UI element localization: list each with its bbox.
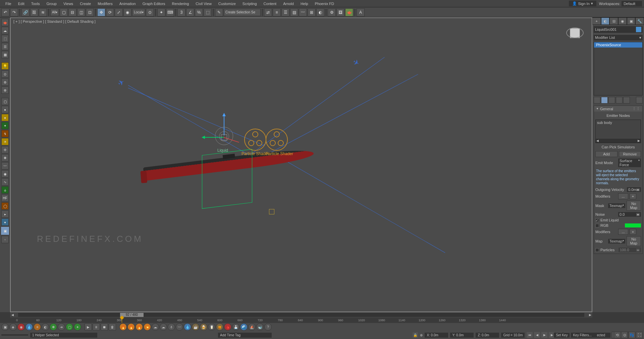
link-button[interactable]: 🔗 <box>21 8 30 16</box>
ph-arrow-icon[interactable]: ➜ <box>58 323 65 331</box>
emitter-item[interactable]: sub body <box>597 121 612 125</box>
emitter-nodes-list[interactable]: sub body ◀▶ <box>595 120 641 143</box>
helper1-icon[interactable]: ⊙ <box>1 70 9 78</box>
coord-mode-icon[interactable]: ⊕ <box>420 333 423 337</box>
snap-toggle-button[interactable]: 3 <box>177 8 185 16</box>
helper3-icon[interactable]: ⊛ <box>1 86 9 94</box>
help-icon[interactable]: ? <box>264 323 272 331</box>
selection-filter-dropdown[interactable]: All ▾ <box>50 9 59 16</box>
sphere2-icon[interactable]: ● <box>1 114 9 121</box>
ph-spark-icon[interactable]: ✦ <box>74 323 81 331</box>
menu-scripting[interactable]: Scripting <box>239 1 260 6</box>
particle-shader-2[interactable] <box>266 129 288 151</box>
time-ruler[interactable]: 0601201802403003604204805406006607207808… <box>10 318 592 323</box>
ph-leaf-icon[interactable]: ❃ <box>50 323 57 331</box>
preset-sub-icon[interactable]: 🐋 <box>256 323 264 331</box>
picker-icon[interactable]: ⬚ <box>1 35 9 42</box>
stack-options-button[interactable] <box>636 97 643 104</box>
nav-orbit-button[interactable]: ⟲ <box>614 332 621 338</box>
time-next-icon[interactable]: ▶ <box>588 313 592 317</box>
preset-blood-icon[interactable]: 🩸 <box>224 323 231 331</box>
play-anim-button[interactable]: ▶ <box>541 332 547 338</box>
cloud-icon[interactable]: ☁ <box>1 27 9 34</box>
undo-button[interactable]: ↶ <box>1 8 9 16</box>
helper2-icon[interactable]: ⊚ <box>1 78 9 86</box>
hierarchy-tab[interactable]: ⊟ <box>609 17 618 25</box>
menu-graph-editors[interactable]: Graph Editors <box>139 1 169 6</box>
material-editor-button[interactable]: ◐ <box>316 8 324 16</box>
sun-icon[interactable]: ☀ <box>1 138 9 145</box>
ph-target-icon[interactable]: ▢ <box>66 323 73 331</box>
ref-coord-dropdown[interactable]: Local ▾ <box>132 9 145 16</box>
spray2-icon[interactable]: ❋ <box>1 154 9 161</box>
make-unique-button[interactable] <box>608 97 615 104</box>
menu-tools[interactable]: Tools <box>28 1 43 6</box>
helper-object[interactable] <box>269 209 274 214</box>
list-icon[interactable]: ☰ <box>1 43 9 50</box>
redo-button[interactable]: ↷ <box>10 8 18 16</box>
wave-icon[interactable]: ∿ <box>1 178 9 186</box>
map-type-dropdown[interactable]: Texmap▾ <box>608 239 625 244</box>
maxscript-input[interactable] <box>1 334 28 336</box>
select-manipulate-button[interactable]: ✦ <box>157 8 165 16</box>
rollout-drag-icon[interactable]: ⋮⋮ <box>632 107 640 111</box>
spray-icon[interactable]: ✢ <box>1 146 9 153</box>
preset-coffee-icon[interactable]: ☕ <box>192 323 199 331</box>
nav-walk-button[interactable]: 👣 <box>629 332 635 338</box>
rgb-checkbox[interactable] <box>595 224 599 227</box>
select-scale-button[interactable]: ⤢ <box>115 8 123 16</box>
ph-fire-icon[interactable]: ◉ <box>17 323 25 331</box>
layers-button[interactable]: ☰ <box>281 8 289 16</box>
select-rotate-button[interactable]: ⟳ <box>106 8 114 16</box>
edit-named-sel-button[interactable]: ✎ <box>215 8 223 16</box>
menu-phoenix-fd[interactable]: Phoenix FD <box>312 1 337 6</box>
coord-z-input[interactable]: Z: 0.0m <box>476 333 499 338</box>
menu-help[interactable]: Help <box>297 1 312 6</box>
preset-smoke-icon[interactable]: ☁ <box>152 323 159 331</box>
add-time-tag[interactable]: Add Time Tag <box>218 333 272 338</box>
sphere-icon[interactable]: ● <box>1 106 9 113</box>
ph-cube-icon[interactable]: ▣ <box>1 323 9 331</box>
menu-content[interactable]: Content <box>260 1 280 6</box>
render-setup-button[interactable]: ⚙ <box>328 8 336 16</box>
menu-create[interactable]: Create <box>76 1 94 6</box>
unlink-button[interactable]: ⛓ <box>30 8 38 16</box>
menu-group[interactable]: Group <box>43 1 60 6</box>
liquid-simulator-box[interactable] <box>202 149 252 209</box>
sim-stop-button[interactable]: ⏹ <box>101 323 108 331</box>
remove-button[interactable]: Remove <box>619 151 641 157</box>
select-place-button[interactable]: ◉ <box>123 8 131 16</box>
viewport-perspective[interactable]: [ + ] [ Perspective ] [ Standard ] [ Def… <box>10 17 592 312</box>
display-tab[interactable]: ▣ <box>627 17 636 25</box>
preset-honey-icon[interactable]: 🍯 <box>216 323 223 331</box>
schematic-view-button[interactable]: ⊞ <box>308 8 316 16</box>
menu-edit[interactable]: Edit <box>15 1 28 6</box>
menu-animation[interactable]: Animation <box>116 1 139 6</box>
particle-shader-1[interactable] <box>244 129 266 151</box>
nav-roll-button[interactable]: ⊙ <box>621 332 628 338</box>
preset-save-icon[interactable]: 💾 <box>232 323 239 331</box>
force-icon[interactable]: ↯ <box>1 130 9 137</box>
hf-icon[interactable]: HF <box>1 194 9 202</box>
preset-fire-icon[interactable]: 🔥 <box>119 323 127 331</box>
sim-trash-button[interactable]: 🗑 <box>109 323 116 331</box>
preset-explosion-icon[interactable]: 💥 <box>144 323 151 331</box>
keyboard-shortcut-button[interactable]: ⌨ <box>166 8 174 16</box>
preset-ship-icon[interactable]: ⛵ <box>248 323 256 331</box>
use-pivot-button[interactable]: ⊙ <box>146 8 154 16</box>
map-button[interactable]: No Map <box>627 236 641 246</box>
preset-cigar-icon[interactable]: 〰 <box>176 323 183 331</box>
menu-rendering[interactable]: Rendering <box>169 1 193 6</box>
grass-icon[interactable]: ⚶ <box>1 186 9 194</box>
scroll-right-icon[interactable]: ▶ <box>638 139 640 142</box>
preset-milk-icon[interactable]: 🥛 <box>208 323 215 331</box>
ph-sun-icon[interactable]: ☀ <box>34 323 41 331</box>
outgoing-velocity-input[interactable]: 0.0m◂▸ <box>627 187 641 192</box>
create-tab[interactable]: + <box>592 17 601 25</box>
prev-frame-button[interactable]: ◀ <box>534 332 540 338</box>
select-by-name-button[interactable]: ⊟ <box>68 8 76 16</box>
mirror-button[interactable]: ⇄ <box>264 8 272 16</box>
nav-max-button[interactable]: ⛶ <box>636 332 643 338</box>
preset-burn-icon[interactable]: 🔥 <box>136 323 143 331</box>
scroll-left-icon[interactable]: ◀ <box>596 139 599 142</box>
